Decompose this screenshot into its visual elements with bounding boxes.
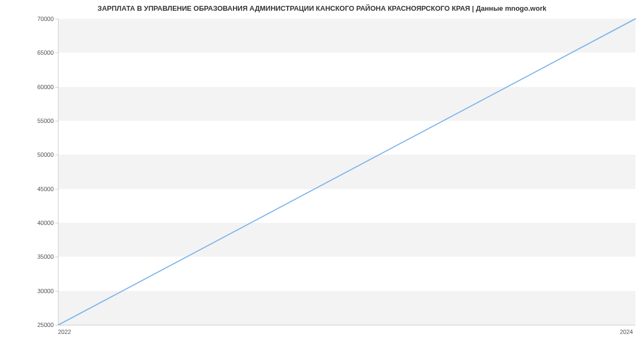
y-tick-label: 35000 [21,253,54,260]
y-tick-label: 70000 [21,16,54,22]
y-tick-label: 40000 [21,220,54,226]
y-tick-label: 45000 [21,186,54,192]
chart-title: ЗАРПЛАТА В УПРАВЛЕНИЕ ОБРАЗОВАНИЯ АДМИНИ… [0,4,644,12]
y-tick-label: 30000 [21,288,54,294]
y-tick-label: 65000 [21,49,54,56]
y-tick-label: 60000 [21,84,54,90]
chart-container: ЗАРПЛАТА В УПРАВЛЕНИЕ ОБРАЗОВАНИЯ АДМИНИ… [0,0,644,349]
y-tick-label: 25000 [21,322,54,328]
x-tick-label: 2022 [58,329,71,335]
line-series [58,19,635,325]
y-tick-label: 55000 [21,118,54,124]
x-tick-label: 2024 [620,329,633,335]
y-tick-label: 50000 [21,151,54,158]
plot-area [58,19,635,325]
